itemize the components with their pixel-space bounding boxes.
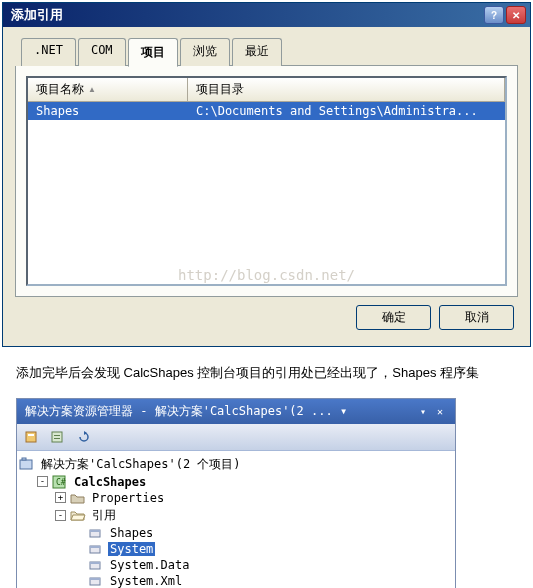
- tab-dotnet[interactable]: .NET: [21, 38, 76, 66]
- refresh-icon[interactable]: [73, 427, 95, 447]
- expander-icon[interactable]: +: [55, 492, 66, 503]
- properties-label: Properties: [90, 491, 166, 505]
- ref-item[interactable]: Shapes: [19, 525, 453, 541]
- solexp-title-text: 解决方案资源管理器 - 解决方案'CalcShapes'(2 ... ▾: [25, 403, 413, 420]
- col-name[interactable]: 项目名称 ▲: [28, 78, 188, 101]
- references-node[interactable]: - 引用: [19, 506, 453, 525]
- ref-label: System.Xml: [108, 574, 184, 588]
- svg-rect-2: [52, 432, 62, 442]
- tab-panel: 项目名称 ▲ 项目目录 Shapes C:\Documents and Sett…: [15, 66, 518, 297]
- svg-rect-14: [90, 562, 100, 564]
- tab-browse[interactable]: 浏览: [180, 38, 230, 66]
- row-name: Shapes: [28, 103, 188, 119]
- svg-rect-4: [54, 438, 60, 439]
- ok-button[interactable]: 确定: [356, 305, 431, 330]
- folder-icon: [70, 491, 86, 505]
- solution-tree[interactable]: 解决方案'CalcShapes'(2 个项目) - C# CalcShapes …: [17, 451, 455, 588]
- svg-rect-16: [90, 578, 100, 580]
- ref-label: System: [108, 542, 155, 556]
- close-icon[interactable]: ✕: [433, 405, 447, 417]
- folder-open-icon: [70, 508, 86, 522]
- show-all-icon[interactable]: [47, 427, 69, 447]
- help-button[interactable]: ?: [484, 6, 504, 24]
- reference-icon: [88, 526, 104, 540]
- sort-asc-icon: ▲: [88, 85, 96, 94]
- reference-icon: [88, 574, 104, 588]
- caption-text: 添加完毕后会发现 CalcShapes 控制台项目的引用处已经出现了，Shape…: [0, 349, 533, 398]
- svg-rect-3: [54, 435, 60, 436]
- svg-rect-6: [22, 458, 26, 460]
- col-name-label: 项目名称: [36, 81, 84, 98]
- tab-recent[interactable]: 最近: [232, 38, 282, 66]
- svg-rect-1: [28, 434, 34, 436]
- ref-item[interactable]: System.Data: [19, 557, 453, 573]
- ref-item[interactable]: System: [19, 541, 453, 557]
- properties-node[interactable]: + Properties: [19, 490, 453, 506]
- solution-icon: [19, 457, 35, 471]
- solution-explorer: 解决方案资源管理器 - 解决方案'CalcShapes'(2 ... ▾ ▾ ✕…: [16, 398, 456, 588]
- window-controls: ? ✕: [484, 6, 526, 24]
- window-title: 添加引用: [11, 6, 484, 24]
- solexp-toolbar: [17, 424, 455, 451]
- project-label: CalcShapes: [72, 475, 148, 489]
- svg-rect-12: [90, 546, 100, 548]
- col-dir[interactable]: 项目目录: [188, 78, 505, 101]
- solexp-titlebar: 解决方案资源管理器 - 解决方案'CalcShapes'(2 ... ▾ ▾ ✕: [17, 399, 455, 424]
- reference-icon: [88, 558, 104, 572]
- dialog-body: .NET COM 项目 浏览 最近 项目名称 ▲ 项目目录 Shapes: [3, 27, 530, 346]
- references-label: 引用: [90, 507, 118, 524]
- project-node[interactable]: - C# CalcShapes: [19, 474, 453, 490]
- svg-rect-0: [26, 432, 36, 442]
- ref-label: System.Data: [108, 558, 191, 572]
- svg-text:C#: C#: [56, 478, 66, 487]
- solution-node[interactable]: 解决方案'CalcShapes'(2 个项目): [19, 455, 453, 474]
- properties-icon[interactable]: [21, 427, 43, 447]
- titlebar: 添加引用 ? ✕: [3, 3, 530, 27]
- add-reference-dialog: 添加引用 ? ✕ .NET COM 项目 浏览 最近 项目名称 ▲ 项目目录: [2, 2, 531, 347]
- list-row[interactable]: Shapes C:\Documents and Settings\Adminis…: [28, 102, 505, 120]
- col-dir-label: 项目目录: [196, 82, 244, 96]
- project-list[interactable]: 项目名称 ▲ 项目目录 Shapes C:\Documents and Sett…: [26, 76, 507, 286]
- svg-rect-10: [90, 530, 100, 532]
- tab-projects[interactable]: 项目: [128, 38, 178, 67]
- csproj-icon: C#: [52, 475, 68, 489]
- reference-icon: [88, 542, 104, 556]
- solution-label: 解决方案'CalcShapes'(2 个项目): [39, 456, 243, 473]
- dropdown-icon[interactable]: ▾: [416, 405, 430, 417]
- list-header: 项目名称 ▲ 项目目录: [28, 78, 505, 102]
- ref-label: Shapes: [108, 526, 155, 540]
- tab-bar: .NET COM 项目 浏览 最近: [21, 37, 518, 66]
- ref-item[interactable]: System.Xml: [19, 573, 453, 588]
- dialog-buttons: 确定 取消: [15, 297, 518, 334]
- svg-rect-5: [20, 460, 32, 469]
- tab-com[interactable]: COM: [78, 38, 126, 66]
- expander-icon[interactable]: -: [55, 510, 66, 521]
- expander-icon[interactable]: -: [37, 476, 48, 487]
- cancel-button[interactable]: 取消: [439, 305, 514, 330]
- close-button[interactable]: ✕: [506, 6, 526, 24]
- row-dir: C:\Documents and Settings\Administra...: [188, 103, 505, 119]
